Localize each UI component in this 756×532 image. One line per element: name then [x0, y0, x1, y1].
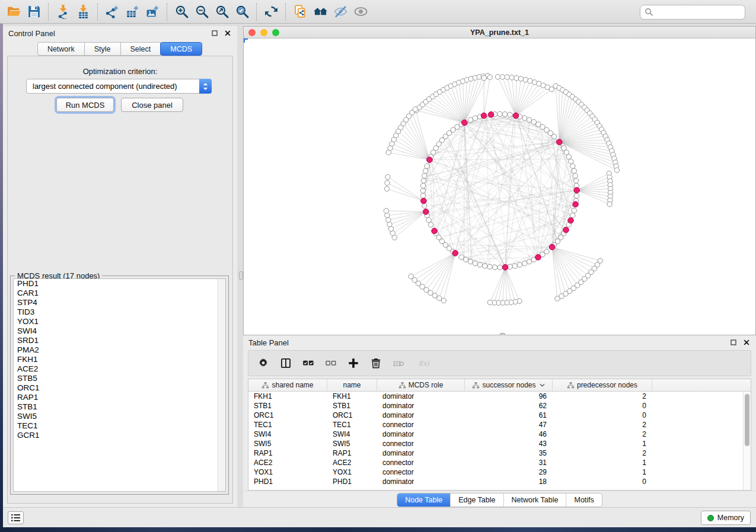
graph-node[interactable] [523, 77, 528, 82]
graph-edge[interactable] [387, 183, 423, 201]
table-cell[interactable]: 43 [465, 439, 553, 448]
graph-dominator-node[interactable] [427, 157, 433, 163]
refresh-button[interactable] [261, 2, 281, 22]
table-row[interactable]: STB1STB1dominator620 [248, 401, 743, 411]
graph-edge[interactable] [498, 77, 516, 116]
graph-edge[interactable] [552, 247, 573, 289]
graph-edge[interactable] [516, 87, 547, 116]
export-image-button[interactable] [142, 2, 162, 22]
graph-node[interactable] [473, 261, 477, 265]
panel-splitter-handle[interactable] [239, 271, 243, 280]
graph-node[interactable] [527, 259, 531, 264]
tab-motifs[interactable]: Motifs [566, 493, 601, 507]
table-cell[interactable]: dominator [377, 411, 465, 420]
table-cell[interactable]: FKH1 [327, 392, 377, 401]
graph-edge[interactable] [393, 211, 426, 233]
graph-edge[interactable] [499, 267, 505, 303]
graph-dominator-node[interactable] [432, 228, 438, 234]
graph-edge[interactable] [516, 82, 535, 116]
graph-node[interactable] [441, 298, 446, 303]
table-cell[interactable]: 0 [553, 477, 652, 486]
graph-node[interactable] [517, 262, 522, 267]
graph-node[interactable] [570, 164, 575, 168]
zoom-out-button[interactable] [192, 2, 212, 22]
graph-node[interactable] [385, 181, 390, 185]
graph-node[interactable] [459, 255, 464, 259]
graph-edge[interactable] [387, 189, 423, 201]
export-network-button[interactable] [102, 2, 122, 22]
graph-node[interactable] [473, 116, 477, 120]
graph-edge[interactable] [577, 190, 611, 197]
tab-edge-table[interactable]: Edge Table [450, 493, 503, 507]
graph-edge[interactable] [487, 115, 489, 267]
graph-node[interactable] [420, 193, 425, 198]
table-row[interactable]: RAP1RAP1dominator352 [248, 448, 743, 458]
graph-edge[interactable] [507, 77, 516, 116]
graph-node[interactable] [502, 112, 507, 117]
mcds-result-item[interactable]: CAR1 [14, 289, 225, 298]
graph-dominator-node[interactable] [502, 264, 508, 270]
tab-node-table[interactable]: Node Table [397, 493, 450, 507]
tab-network-table[interactable]: Network Table [503, 493, 566, 507]
graph-edge[interactable] [577, 177, 610, 190]
graph-edge[interactable] [505, 116, 513, 268]
graph-dominator-node[interactable] [452, 251, 458, 257]
network-canvas[interactable] [244, 39, 755, 335]
graph-node[interactable] [574, 193, 579, 198]
graph-edge[interactable] [388, 211, 426, 220]
mcds-result-item[interactable]: YOX1 [14, 317, 225, 326]
mcds-result-item[interactable]: SWI5 [14, 412, 225, 421]
table-cell[interactable]: 1 [553, 458, 652, 467]
graph-edge[interactable] [411, 253, 455, 276]
delete-row-button[interactable] [369, 357, 382, 370]
column-header-name[interactable]: name [327, 379, 377, 391]
add-row-button[interactable] [347, 357, 360, 370]
mcds-result-item[interactable]: STB1 [14, 402, 225, 412]
graph-node[interactable] [500, 75, 505, 79]
mcds-result-item[interactable]: PMA2 [14, 345, 225, 355]
graph-edge[interactable] [552, 247, 557, 299]
graph-edge[interactable] [484, 77, 490, 116]
mcds-result-item[interactable]: ACE2 [14, 364, 225, 374]
mcds-result-item[interactable]: RAP1 [14, 393, 225, 402]
graph-node[interactable] [573, 173, 578, 178]
table-cell[interactable]: YOX1 [248, 467, 327, 477]
table-cell[interactable]: 2 [553, 420, 652, 430]
graph-node[interactable] [572, 168, 576, 173]
tab-network[interactable]: Network [37, 42, 85, 56]
table-cell[interactable]: STB1 [327, 401, 377, 411]
table-cell[interactable]: 46 [465, 430, 553, 439]
mcds-result-item[interactable]: TID3 [14, 307, 225, 317]
graph-node[interactable] [508, 112, 512, 117]
graph-node[interactable] [555, 296, 560, 301]
deselect-all-button[interactable] [324, 357, 337, 370]
graph-edge[interactable] [559, 113, 589, 142]
graph-node[interactable] [527, 117, 531, 122]
graph-edge[interactable] [436, 149, 506, 267]
scrollbar-thumb[interactable] [745, 394, 749, 446]
first-neighbors-button[interactable] [310, 2, 330, 22]
graph-edge[interactable] [495, 267, 506, 303]
mcds-result-item[interactable]: GCR1 [14, 431, 225, 440]
graph-edge[interactable] [414, 253, 455, 280]
tab-mcds[interactable]: MCDS [160, 42, 202, 56]
graph-node[interactable] [425, 164, 429, 168]
graph-node[interactable] [426, 217, 431, 222]
graph-node[interactable] [481, 75, 486, 80]
table-cell[interactable]: 0 [553, 401, 652, 411]
table-cell[interactable]: 31 [465, 458, 553, 467]
graph-edge[interactable] [430, 253, 455, 293]
save-button[interactable] [24, 2, 44, 22]
graph-edge[interactable] [464, 123, 561, 238]
table-cell[interactable]: RAP1 [248, 448, 327, 458]
graph-edge[interactable] [412, 113, 430, 160]
share-session-button[interactable] [290, 2, 310, 22]
mcds-result-item[interactable]: TEC1 [14, 421, 225, 431]
graph-node[interactable] [487, 300, 492, 305]
graph-node[interactable] [514, 76, 519, 81]
mcds-result-item[interactable]: SWI4 [14, 326, 225, 336]
graph-node[interactable] [505, 75, 509, 79]
table-cell[interactable]: 0 [553, 411, 652, 420]
graph-node[interactable] [522, 116, 527, 120]
table-cell[interactable]: SWI4 [248, 430, 327, 439]
